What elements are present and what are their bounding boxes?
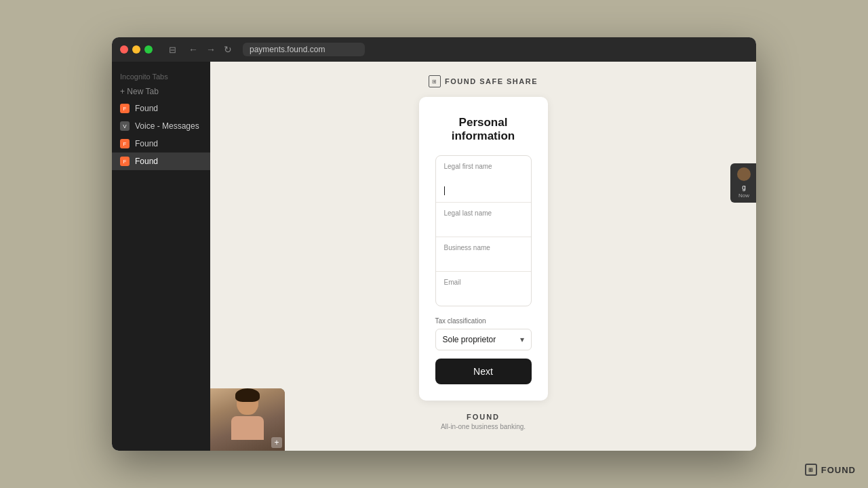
webcam-add-button[interactable]: +: [271, 437, 282, 448]
text-cursor: [444, 186, 445, 195]
found-badge-text: FOUND: [821, 465, 856, 475]
sidebar: Incognito Tabs + New Tab F Found V Voice…: [112, 62, 210, 451]
form-card: Personal information Legal first name Le…: [419, 97, 548, 401]
form-fields-card: Legal first name Legal last name Busines…: [435, 155, 532, 306]
last-name-input[interactable]: [444, 220, 523, 231]
first-name-input[interactable]: [444, 174, 523, 184]
email-label: Email: [444, 279, 523, 286]
sidebar-item-label-1: Found: [135, 104, 158, 113]
notif-avatar: [737, 167, 751, 181]
footer-tagline: All-in-one business banking.: [441, 423, 526, 430]
sidebar-item-label-voice: Voice - Messages: [135, 121, 199, 131]
notif-sublabel: Now: [738, 192, 749, 199]
notification-widget[interactable]: g Now: [730, 163, 756, 203]
last-name-label: Legal last name: [444, 209, 523, 217]
maximize-button[interactable]: [144, 45, 153, 54]
sidebar-item-label-2: Found: [135, 139, 158, 148]
email-input[interactable]: [444, 289, 523, 300]
form-title: Personal information: [435, 116, 532, 143]
main-area: ⊞ FOUND SAFE SHARE Personal information …: [210, 62, 756, 451]
traffic-lights: [120, 45, 153, 54]
found-safe-share-header: ⊞ FOUND SAFE SHARE: [429, 75, 538, 87]
sidebar-item-voice[interactable]: V Voice - Messages: [112, 117, 210, 135]
next-button[interactable]: Next: [435, 359, 532, 384]
email-field[interactable]: Email: [436, 272, 531, 306]
found-favicon-3: F: [120, 157, 130, 166]
titlebar: ⊟ ← → ↻ payments.found.com: [112, 37, 756, 62]
new-tab-button[interactable]: + New Tab: [112, 83, 210, 100]
business-name-field[interactable]: Business name: [436, 237, 531, 272]
close-button[interactable]: [120, 45, 128, 54]
browser-content: Incognito Tabs + New Tab F Found V Voice…: [112, 62, 756, 451]
found-favicon-2: F: [120, 139, 130, 148]
first-name-label: Legal first name: [444, 163, 523, 170]
found-favicon-1: F: [120, 104, 130, 113]
footer: FOUND All-in-one business banking.: [441, 413, 526, 430]
forward-button[interactable]: →: [203, 43, 218, 56]
voice-favicon: V: [120, 121, 130, 131]
tax-classification-section: Tax classification Sole proprietor ▾: [435, 317, 532, 350]
nav-controls: ← → ↻: [186, 43, 235, 56]
chevron-down-icon: ▾: [520, 335, 524, 344]
back-button[interactable]: ←: [186, 43, 201, 56]
found-header-icon: ⊞: [429, 75, 441, 87]
footer-brand: FOUND: [441, 413, 526, 421]
grid-icon[interactable]: ⊟: [169, 45, 176, 55]
first-name-field[interactable]: Legal first name: [436, 156, 531, 203]
person-head: [237, 391, 258, 415]
tax-value: Sole proprietor: [443, 335, 496, 344]
sidebar-section-label: Incognito Tabs: [112, 68, 210, 83]
business-name-label: Business name: [444, 244, 523, 251]
webcam-person: [227, 391, 268, 449]
notif-label: g: [742, 184, 746, 191]
refresh-button[interactable]: ↻: [221, 43, 235, 56]
person-body: [231, 416, 264, 440]
minimize-button[interactable]: [132, 45, 140, 54]
found-header-title: FOUND SAFE SHARE: [445, 77, 538, 85]
found-badge: ⊞ FOUND: [805, 464, 856, 476]
webcam-overlay: +: [210, 388, 285, 451]
sidebar-item-found-1[interactable]: F Found: [112, 100, 210, 117]
found-badge-icon: ⊞: [805, 464, 817, 476]
browser-window: ⊟ ← → ↻ payments.found.com Incognito Tab…: [112, 37, 756, 451]
sidebar-item-label-3: Found: [135, 157, 158, 166]
url-bar[interactable]: payments.found.com: [243, 43, 365, 56]
tax-label: Tax classification: [435, 317, 532, 325]
tax-dropdown[interactable]: Sole proprietor ▾: [435, 329, 532, 350]
sidebar-item-found-2[interactable]: F Found: [112, 135, 210, 152]
last-name-field[interactable]: Legal last name: [436, 203, 531, 237]
business-name-input[interactable]: [444, 255, 523, 266]
sidebar-item-found-3[interactable]: F Found: [112, 152, 210, 170]
